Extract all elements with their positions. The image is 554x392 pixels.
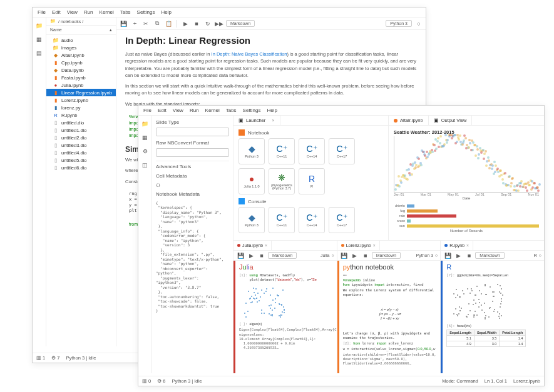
copy-icon[interactable]: ⧉ — [153, 19, 162, 28]
paste-icon[interactable]: 📋 — [164, 19, 173, 28]
menu-settings[interactable]: Settings — [137, 9, 155, 15]
tree-item[interactable]: ▮Cpp.ipynb — [46, 59, 116, 66]
menu-edit[interactable]: Edit — [158, 108, 167, 113]
extensions-icon[interactable]: ◫ — [141, 161, 150, 169]
tree-item[interactable]: ▮Lorenz.ipynb — [46, 96, 116, 104]
code-cell[interactable]: [ ]: eigen(x) — [239, 322, 333, 326]
tree-item[interactable]: ◆Altair.ipynb — [46, 51, 116, 59]
close-icon[interactable]: × — [265, 243, 267, 248]
launcher-card[interactable]: ◆Python 3 — [239, 138, 265, 164]
kernel-indicator[interactable]: Julia — [321, 253, 329, 258]
run-icon[interactable]: ▶ — [247, 251, 255, 260]
stop-icon[interactable]: ■ — [361, 251, 370, 260]
tree-item[interactable]: ◆Data.ipynb — [46, 66, 116, 74]
cut-icon[interactable]: ✂ — [141, 19, 150, 28]
menu-file[interactable]: File — [38, 9, 46, 15]
cell-type-select[interactable]: Markdown — [372, 252, 401, 259]
close-icon[interactable]: × — [466, 243, 469, 248]
breadcrumb[interactable]: 📁 / notebooks / — [46, 18, 116, 26]
chevron-up-icon[interactable]: ▴ — [110, 28, 112, 33]
advanced-tools-header[interactable]: Advanced Tools — [156, 161, 229, 169]
kernel-indicator[interactable]: Python 3 — [416, 253, 433, 258]
commands-icon[interactable]: ▤ — [35, 49, 44, 58]
tab-launcher[interactable]: ▣ Launcher × — [233, 116, 280, 125]
tab-altair[interactable]: Altair.ipynb — [389, 116, 429, 125]
save-icon[interactable]: 💾 — [236, 251, 245, 260]
code-cell[interactable]: [6]: head(iris) — [446, 324, 540, 328]
menu-tabs[interactable]: Tabs — [226, 108, 237, 113]
naive-bayes-link[interactable]: In Depth: Naive Bayes Classification — [212, 51, 287, 57]
code-cell[interactable]: [2]: from lorenz import solve_lorenz — [343, 341, 437, 346]
menu-edit[interactable]: Edit — [52, 9, 61, 15]
close-icon[interactable]: × — [373, 243, 376, 248]
run-all-icon[interactable]: ▶▶ — [215, 19, 223, 28]
menu-kernel[interactable]: Kernel — [100, 9, 114, 15]
restart-icon[interactable]: ↻ — [203, 19, 212, 28]
tree-item[interactable]: ▯untitled2.dio — [46, 134, 116, 141]
tree-item[interactable]: 📁audio — [46, 36, 116, 44]
stop-icon[interactable]: ■ — [464, 251, 473, 260]
launcher-card[interactable]: C⁺C++17 — [329, 207, 355, 233]
menu-file[interactable]: File — [143, 108, 151, 113]
kernel-indicator[interactable]: R — [534, 253, 537, 258]
add-cell-icon[interactable]: ＋ — [130, 19, 139, 28]
running-icon[interactable]: ▦ — [141, 133, 150, 142]
kernel-indicator[interactable]: Python 3 — [386, 20, 412, 27]
menu-view[interactable]: View — [173, 108, 183, 113]
launcher-card[interactable]: C⁺C++14 — [299, 207, 325, 233]
code-cell[interactable]: [7]: ggplot(data=iris, aes(x=Sepal.Len — [446, 273, 540, 278]
tree-item[interactable]: RR.ipynb — [46, 111, 116, 119]
launcher-card[interactable]: ◆Python 3 — [239, 207, 265, 233]
stop-icon[interactable]: ■ — [257, 251, 266, 260]
tab-output-view[interactable]: ▣Output View — [429, 116, 473, 125]
tree-item[interactable]: ▯untitled6.dio — [46, 164, 116, 171]
folder-icon[interactable]: 📁 — [141, 119, 150, 128]
save-icon[interactable]: 💾 — [340, 251, 349, 260]
tree-item[interactable]: ▯untitled3.dio — [46, 141, 116, 149]
menu-help[interactable]: Help — [162, 9, 172, 15]
notebook-metadata-json[interactable]: { "kernelspec": { "display_name": "Pytho… — [156, 201, 229, 313]
menu-run[interactable]: Run — [190, 108, 199, 113]
cell-metadata-json[interactable]: {} — [156, 183, 229, 188]
menu-help[interactable]: Help — [267, 108, 277, 113]
close-icon[interactable]: × — [272, 118, 274, 123]
folder-icon[interactable]: 📁 — [35, 21, 44, 30]
tab-julia[interactable]: Julia.ipynb× — [233, 241, 272, 250]
launcher-card[interactable]: ❋phylogenetics (Python 3.7) — [269, 168, 295, 194]
tree-item[interactable]: ▯untitled4.dio — [46, 149, 116, 156]
tree-item[interactable]: ▯untitled.dio — [46, 119, 116, 126]
menu-kernel[interactable]: Kernel — [205, 108, 220, 113]
save-icon[interactable]: 💾 — [119, 19, 128, 28]
launcher-card[interactable]: C⁺C++11 — [269, 138, 295, 164]
menu-view[interactable]: View — [67, 9, 78, 15]
run-icon[interactable]: ▶ — [454, 251, 463, 260]
menu-settings[interactable]: Settings — [243, 108, 261, 113]
slide-type-select[interactable] — [156, 128, 229, 136]
cell-type-select[interactable]: Markdown — [475, 252, 504, 259]
tree-item[interactable]: ▮Fasta.ipynb — [46, 74, 116, 81]
launcher-card[interactable]: C⁺C++17 — [329, 138, 355, 164]
column-name[interactable]: Name — [50, 28, 62, 33]
code-cell[interactable]: [1]: using RDatasets, Gadfly plot(datase… — [239, 273, 333, 282]
menu-tabs[interactable]: Tabs — [120, 9, 131, 15]
tree-item[interactable]: 📁images — [46, 44, 116, 51]
stop-icon[interactable]: ■ — [192, 19, 201, 28]
launcher-card[interactable]: RR — [299, 168, 325, 194]
code-cell[interactable]: w = interactive(solve_lorenz,sigma=(0.0,… — [343, 347, 437, 351]
nbconvert-select[interactable] — [156, 148, 229, 157]
tree-item[interactable]: ▯untitled1.dio — [46, 126, 116, 134]
cell-type-select[interactable]: Markdown — [268, 252, 297, 259]
run-icon[interactable]: ▶ — [351, 251, 359, 260]
launcher-card[interactable]: C⁺C++11 — [269, 207, 295, 233]
kernel-status[interactable]: Python 3 | Idle — [172, 378, 202, 384]
tab-r[interactable]: R.ipynb× — [441, 241, 473, 250]
code-cell[interactable]: %matplotlib inlinefrom ipywidgets import… — [343, 278, 437, 287]
save-icon[interactable]: 💾 — [443, 251, 452, 260]
menu-run[interactable]: Run — [84, 9, 93, 15]
tree-item[interactable]: ▯untitled5.dio — [46, 156, 116, 164]
kernel-status[interactable]: Python 3 | Idle — [66, 355, 96, 361]
run-icon[interactable]: ▶ — [181, 19, 190, 28]
tab-lorenz[interactable]: Lorenz.ipynb× — [337, 241, 380, 250]
cell-type-select[interactable]: Markdown — [226, 20, 255, 27]
tree-item[interactable]: ▮lorenz.py — [46, 104, 116, 111]
